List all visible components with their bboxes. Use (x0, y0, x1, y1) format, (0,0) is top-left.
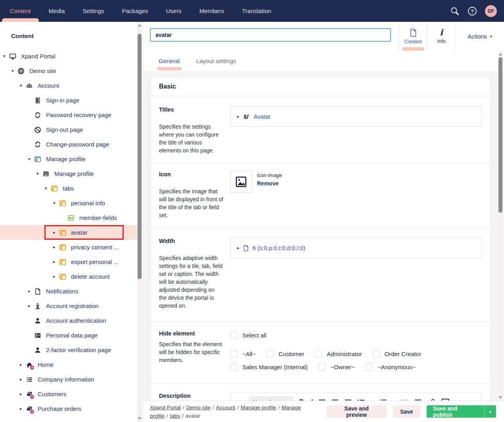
tab-info[interactable]: i Info (427, 22, 455, 51)
tree-item-xpand-portal[interactable]: ▾Xpand Portal (0, 49, 137, 64)
caret-down-icon[interactable]: ▾ (3, 54, 9, 59)
save-and-publish-button[interactable]: Save and publish ▴ (427, 405, 496, 418)
caret-down-icon[interactable]: ▾ (45, 186, 51, 191)
tree-item-tabs[interactable]: ▾tabs (0, 181, 137, 196)
checkbox-order-creator[interactable] (373, 350, 380, 357)
tree-item-personal-info[interactable]: ▾personal info (0, 196, 137, 210)
help-icon[interactable]: ? (468, 6, 477, 16)
tree-item-sign-in-page[interactable]: Sign-in page (0, 93, 137, 108)
scroll-up-arrow-icon[interactable] (498, 53, 502, 56)
nav-item-media[interactable]: Media (49, 0, 65, 22)
caret-down-icon[interactable]: ▾ (11, 68, 17, 73)
breadcrumb-xpand-portal[interactable]: Xpand Portal (150, 405, 181, 410)
tree-item-delete-account[interactable]: ▸delete account (0, 269, 137, 284)
tree-item-change-password-page[interactable]: Change-password page (0, 137, 137, 152)
tree-item-export-personal[interactable]: ▸export personal ... (0, 254, 137, 269)
layout-orange-icon (51, 185, 58, 192)
main-scrollbar[interactable] (498, 51, 503, 401)
titles-value-item[interactable]: ▸ Avatar (230, 106, 482, 127)
caret-right-icon[interactable]: ▸ (20, 362, 26, 367)
tree-item-home[interactable]: ▸Home (0, 357, 137, 372)
caret-right-icon[interactable]: ▸ (53, 274, 59, 279)
select-all-label: Select all (242, 332, 266, 339)
member-option-sales-manager-internal: Sales Manager (Internal) (230, 363, 308, 370)
breadcrumb-account[interactable]: Account (216, 405, 235, 410)
tree-item-password-recovery-page[interactable]: Password recovery page (0, 108, 137, 122)
tree-item-privacy-consent[interactable]: ▸privacy consent ... (0, 240, 137, 254)
picture-icon (236, 176, 247, 187)
tree-item-company-information[interactable]: ▸Company information (0, 372, 137, 387)
tree-item-customers[interactable]: ▸Customers (0, 387, 137, 401)
chevron-up-icon[interactable]: ▴ (485, 409, 496, 414)
user-avatar[interactable]: DF (485, 5, 497, 17)
checkbox-sales-manager-internal[interactable] (230, 363, 238, 370)
checkbox-anonymous[interactable] (366, 363, 373, 370)
checkbox-label: Customer (278, 351, 304, 357)
tree-item-avatar[interactable]: ▸avatar (0, 225, 137, 240)
caret-right-icon[interactable]: ▸ (28, 303, 34, 308)
caret-right-icon[interactable]: ▸ (53, 230, 59, 235)
scroll-down-arrow-icon[interactable] (138, 417, 142, 420)
checkbox-customer[interactable] (266, 350, 274, 357)
nav-item-translation[interactable]: Translation (242, 0, 271, 22)
nav-item-content[interactable]: Content (10, 0, 31, 22)
caret-down-icon[interactable]: ▾ (20, 83, 26, 88)
tree-scrollbar[interactable] (137, 22, 142, 422)
caret-right-icon[interactable]: ▸ (20, 391, 26, 397)
tree-item-member-fields[interactable]: member-fields (0, 210, 137, 225)
breadcrumb-tabs[interactable]: tabs (170, 413, 180, 419)
actions-dropdown[interactable]: Actions ▾ (455, 22, 504, 51)
caret-right-icon[interactable]: ▸ (20, 406, 26, 411)
nav-item-users[interactable]: Users (166, 0, 181, 22)
scroll-down-arrow-icon[interactable] (498, 396, 502, 399)
caret-down-icon[interactable]: ▾ (53, 200, 59, 206)
titles-value-label: Avatar (254, 113, 271, 120)
nav-item-packages[interactable]: Packages (122, 0, 148, 22)
books-icon (243, 114, 250, 120)
tree-item-manage-profile[interactable]: ▾Manage profile (0, 166, 137, 181)
caret-right-icon[interactable]: ▸ (237, 245, 240, 251)
tree-item-account-authentication[interactable]: Account authentication (0, 313, 137, 328)
width-value-item[interactable]: ▸ 6 (s:0,p:0,t:0,d:0,l:0) (230, 238, 482, 258)
tree-item-demo-site[interactable]: ▾Demo site (0, 64, 137, 78)
caret-right-icon[interactable]: ▸ (237, 114, 240, 119)
save-and-preview-button[interactable]: Save and preview (326, 405, 387, 418)
main-scrollbar-thumb[interactable] (498, 57, 502, 213)
search-icon[interactable] (450, 6, 460, 16)
tab-layout-settings[interactable]: Layout settings (196, 51, 236, 71)
tree-scrollbar-thumb[interactable] (138, 34, 142, 279)
tree-item-sign-out-page[interactable]: Sign-out page (0, 122, 137, 137)
tree-item-purchase-orders[interactable]: ▸Purchase orders (0, 401, 137, 416)
breadcrumb-demo-site[interactable]: Demo site (186, 405, 211, 410)
tab-content[interactable]: Content (399, 22, 427, 51)
breadcrumb-separator: / (182, 413, 184, 419)
nav-item-settings[interactable]: Settings (82, 0, 104, 22)
rich-text-editor[interactable]: <> Normal B I 123 (230, 393, 482, 401)
select-all-checkbox[interactable] (230, 331, 238, 339)
caret-down-icon[interactable]: ▾ (28, 156, 34, 162)
tab-general[interactable]: General (159, 51, 180, 71)
checkbox-all[interactable] (230, 350, 238, 357)
breadcrumb-manage-profile[interactable]: Manage profile (241, 405, 276, 410)
caret-down-icon[interactable]: ▾ (36, 171, 42, 176)
checkbox-administrator[interactable] (315, 350, 322, 357)
tree-item-2-factor-verification-page[interactable]: 2-factor verification page (0, 343, 137, 357)
svg-text:?: ? (471, 8, 474, 14)
tree-item-personal-data-page[interactable]: Personal data page (0, 328, 137, 343)
caret-right-icon[interactable]: ▸ (28, 289, 34, 294)
tree-item-manage-profile[interactable]: ▾Manage profile (0, 152, 137, 166)
tree-item-account[interactable]: ▾Account (0, 78, 137, 93)
caret-right-icon[interactable]: ▸ (20, 377, 26, 382)
checkbox-owner[interactable] (318, 363, 326, 370)
caret-right-icon[interactable]: ▸ (53, 245, 59, 250)
caret-right-icon[interactable]: ▸ (53, 259, 59, 264)
nav-item-members[interactable]: Members (199, 0, 224, 22)
save-button[interactable]: Save (393, 405, 420, 418)
tree-item-account-registration[interactable]: ▸Account registration (0, 299, 137, 313)
remove-icon-link[interactable]: Remove (257, 180, 282, 187)
scroll-up-arrow-icon[interactable] (138, 24, 142, 27)
icon-image-thumbnail[interactable] (230, 171, 252, 193)
tree-item-notifications[interactable]: ▸Notifications (0, 284, 137, 299)
checkbox-label: ~All~ (242, 351, 256, 357)
page-title-input[interactable] (150, 28, 391, 42)
